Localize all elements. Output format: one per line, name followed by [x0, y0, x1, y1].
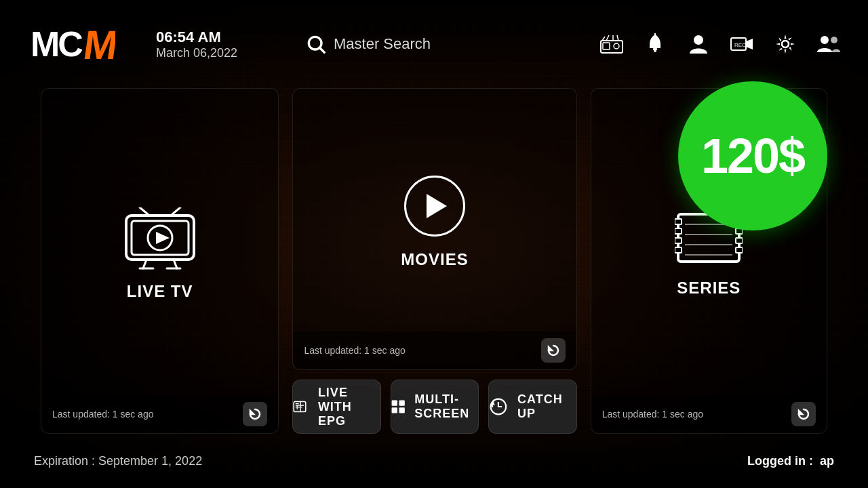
svg-rect-49 — [675, 238, 682, 243]
movies-refresh-button[interactable] — [541, 338, 566, 363]
movies-label: MOVIES — [401, 250, 468, 269]
bell-icon[interactable] — [643, 32, 667, 56]
svg-point-6 — [614, 43, 619, 49]
play-triangle — [427, 194, 447, 218]
live-tv-label: LIVE TV — [127, 282, 193, 301]
radio-icon[interactable] — [599, 32, 624, 56]
series-label: SERIES — [677, 279, 741, 298]
record-icon[interactable]: REC — [730, 32, 754, 56]
svg-line-23 — [172, 207, 180, 214]
search-bar[interactable]: Master Search — [305, 33, 586, 55]
svg-marker-17 — [746, 39, 753, 49]
current-date: March 06,2022 — [156, 46, 278, 60]
price-value: 120$ — [701, 128, 804, 184]
series-refresh-button[interactable] — [791, 402, 816, 426]
svg-rect-5 — [603, 43, 610, 49]
multi-screen-label: MULTI-SCREEN — [414, 392, 478, 421]
svg-text:M: M — [81, 24, 115, 64]
tv-icon — [119, 207, 201, 275]
footer: Expiration : September 1, 2022 Logged in… — [0, 434, 868, 488]
movies-card[interactable]: MOVIES Last updated: 1 sec ago — [292, 88, 576, 370]
time-display: 06:54 AM March 06,2022 — [156, 28, 278, 60]
svg-rect-37 — [296, 405, 304, 406]
current-time: 06:54 AM — [156, 28, 278, 46]
svg-line-8 — [606, 35, 609, 41]
svg-point-14 — [694, 35, 703, 45]
svg-rect-54 — [736, 247, 743, 253]
svg-point-20 — [821, 36, 829, 44]
middle-column: MOVIES Last updated: 1 sec ago i — [292, 88, 576, 434]
svg-text:REC: REC — [734, 42, 746, 48]
live-epg-label: LIVE WITH EPG — [318, 386, 380, 428]
user-icon[interactable] — [686, 32, 711, 56]
group-icon[interactable] — [816, 32, 841, 56]
live-tv-update-bar: Last updated: 1 sec ago — [41, 395, 278, 433]
svg-line-3 — [320, 48, 325, 53]
svg-marker-59 — [799, 411, 802, 414]
svg-point-2 — [309, 37, 321, 49]
svg-rect-36 — [296, 403, 299, 404]
price-badge: 120$ — [678, 81, 827, 230]
live-tv-card[interactable]: LIVE TV Last updated: 1 sec ago — [41, 88, 279, 434]
svg-rect-43 — [399, 407, 404, 413]
svg-point-19 — [782, 41, 789, 47]
svg-rect-41 — [399, 400, 404, 405]
svg-marker-32 — [250, 411, 254, 414]
multi-screen-button[interactable]: MULTI-SCREEN — [391, 380, 479, 434]
login-text: Logged in : ap — [747, 454, 834, 468]
svg-rect-47 — [675, 219, 682, 224]
svg-rect-40 — [391, 400, 397, 405]
movies-play-circle — [404, 176, 465, 237]
movies-update-bar: Last updated: 1 sec ago — [293, 331, 576, 369]
live-tv-last-updated: Last updated: 1 sec ago — [52, 409, 153, 420]
svg-line-22 — [140, 207, 148, 214]
movies-last-updated: Last updated: 1 sec ago — [304, 345, 405, 356]
svg-marker-27 — [156, 232, 170, 244]
search-icon — [305, 33, 327, 55]
catch-up-button[interactable]: CATCH UP — [488, 380, 576, 434]
series-update-bar: Last updated: 1 sec ago — [591, 395, 827, 433]
svg-rect-38 — [296, 407, 302, 407]
live-epg-button[interactable]: i LIVE WITH EPG — [292, 380, 380, 434]
catch-up-icon — [489, 396, 508, 418]
svg-rect-48 — [675, 228, 682, 234]
svg-line-10 — [617, 35, 618, 41]
logo[interactable]: MC M — [27, 24, 115, 64]
svg-marker-33 — [549, 347, 552, 350]
svg-text:MC: MC — [31, 24, 83, 64]
catch-up-label: CATCH UP — [517, 392, 576, 421]
series-last-updated: Last updated: 1 sec ago — [602, 409, 703, 420]
multi-screen-icon — [391, 396, 406, 418]
header: MC M 06:54 AM March 06,2022 Master Searc… — [0, 0, 868, 88]
login-username: ap — [820, 454, 834, 468]
live-epg-icon: i — [293, 396, 309, 418]
action-buttons: i LIVE WITH EPG MULTI-SCREEN — [292, 380, 576, 434]
svg-point-21 — [831, 37, 837, 43]
svg-rect-53 — [736, 238, 743, 243]
svg-point-12 — [654, 49, 656, 52]
search-label: Master Search — [334, 35, 431, 53]
logo-svg: MC M — [27, 24, 115, 64]
live-tv-refresh-button[interactable] — [243, 402, 267, 426]
svg-rect-50 — [675, 247, 682, 253]
settings-icon[interactable] — [773, 32, 797, 56]
header-icons: REC — [599, 32, 841, 56]
expiry-text: Expiration : September 1, 2022 — [34, 454, 202, 468]
svg-rect-42 — [391, 407, 397, 413]
